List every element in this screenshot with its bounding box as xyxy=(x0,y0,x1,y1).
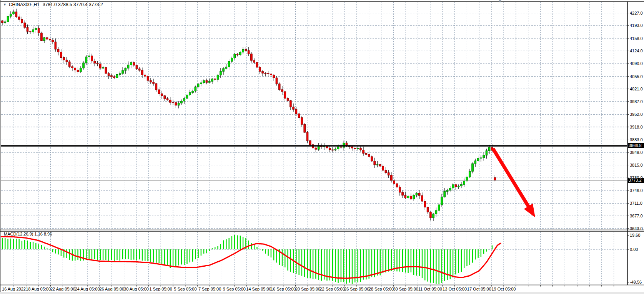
time-tick-label: 28 Sep 05:00 xyxy=(369,287,394,291)
ohlc-readout: 3781.0 3788.5 3770.4 3773.2 xyxy=(43,2,103,7)
time-tick-label: 13 Oct 05:00 xyxy=(443,287,467,291)
price-tick-label: 4021.0 xyxy=(630,87,643,91)
symbol-timeframe-label: CHINA300-,H1 xyxy=(9,2,40,7)
price-tick-label: 3711.0 xyxy=(630,201,642,205)
time-tick-label: 17 Oct 05:00 xyxy=(467,287,491,291)
grid-layer xyxy=(1,2,627,285)
indicator-values: 1.16 8.96 xyxy=(34,232,52,236)
chart-title: ▼CHINA300-,H13781.0 3788.5 3770.4 3773.2 xyxy=(3,2,103,7)
price-tick-label: 3677.0 xyxy=(630,214,643,218)
price-tick-label: 3815.0 xyxy=(630,163,643,167)
time-tick-label: 16 Aug 2022 xyxy=(2,287,26,291)
macd-tick-label: -49.56 xyxy=(630,280,642,284)
price-tick-label: 3746.0 xyxy=(630,188,643,193)
time-tick-label: 19 Oct 05:00 xyxy=(492,287,516,291)
price-tick-label: 3849.0 xyxy=(630,150,643,155)
time-tick-label: 30 Sep 05:00 xyxy=(393,287,418,291)
symbol-dropdown-icon[interactable]: ▼ xyxy=(3,3,7,7)
indicator-label: MACD(12,26,9) 1.16 8.96 xyxy=(4,232,52,236)
price-tick-label: 4193.0 xyxy=(630,23,643,28)
time-tick-label: 5 Sep 05:00 xyxy=(174,287,196,291)
price-tick-label: 3918.0 xyxy=(630,125,643,129)
price-tick-label: 4055.0 xyxy=(630,74,643,79)
macd-tick-label: 0.00 xyxy=(630,247,638,252)
price-tick-label: 3952.0 xyxy=(630,112,643,117)
macd-tick-label: 19.68 xyxy=(630,233,641,237)
hline-price-badge: 3866.8 xyxy=(628,143,644,148)
time-tick-label: 18 Aug 05:00 xyxy=(26,287,51,291)
price-tick-label: 3987.0 xyxy=(630,99,643,104)
time-tick-label: 22 Sep 05:00 xyxy=(320,287,344,291)
chart-canvas[interactable] xyxy=(0,0,644,294)
price-tick-label: 4227.0 xyxy=(630,11,643,15)
candlestick-series xyxy=(2,9,496,221)
time-tick-label: 26 Sep 05:00 xyxy=(344,287,369,291)
time-tick-label: 30 Aug 05:00 xyxy=(124,287,149,291)
trading-chart-window: ▼CHINA300-,H13781.0 3788.5 3770.4 3773.2… xyxy=(0,0,644,294)
down-arrow-annotation[interactable] xyxy=(493,149,535,217)
price-tick-label: 3643.0 xyxy=(630,226,643,231)
time-tick-label: 20 Sep 05:00 xyxy=(295,287,320,291)
price-tick-label: 4090.0 xyxy=(630,61,643,66)
time-tick-label: 14 Sep 05:00 xyxy=(246,287,271,291)
macd-histogram xyxy=(2,235,495,284)
macd-signal-line xyxy=(1,237,501,278)
time-tick-label: 7 Sep 05:00 xyxy=(198,287,221,291)
current-price-badge: 3773.2 xyxy=(628,178,644,183)
time-tick-label: 1 Sep 05:00 xyxy=(150,287,172,291)
price-tick-label: 4124.0 xyxy=(630,48,643,53)
time-tick-label: 26 Aug 05:00 xyxy=(99,287,124,291)
scroll-to-end-icon[interactable]: ▼ xyxy=(498,0,502,3)
price-tick-label: 3883.0 xyxy=(630,137,643,142)
indicator-name: MACD(12,26,9) xyxy=(4,232,33,236)
time-tick-label: 11 Oct 05:00 xyxy=(418,287,442,291)
time-tick-label: 22 Aug 05:00 xyxy=(50,287,75,291)
price-tick-label: 4158.0 xyxy=(630,36,643,41)
time-tick-label: 24 Aug 05:00 xyxy=(75,287,100,291)
time-tick-label: 9 Sep 05:00 xyxy=(223,287,246,291)
window-bottom-edge xyxy=(0,292,644,294)
time-tick-label: 16 Sep 05:00 xyxy=(271,287,296,291)
